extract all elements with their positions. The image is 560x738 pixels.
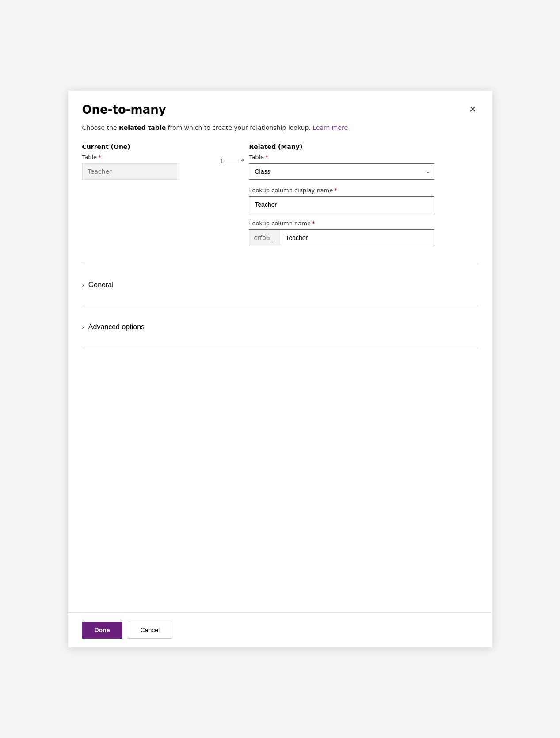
divider-3 bbox=[82, 348, 478, 348]
related-table-required: * bbox=[265, 154, 268, 160]
related-many-section: Related (Many) Table * Class Student Cou… bbox=[249, 143, 434, 253]
done-button[interactable]: Done bbox=[82, 622, 122, 639]
related-many-heading: Related (Many) bbox=[249, 143, 434, 150]
lookup-name-input[interactable] bbox=[280, 230, 434, 246]
advanced-options-label: Advanced options bbox=[88, 323, 145, 331]
connector-star: * bbox=[240, 157, 244, 164]
close-button[interactable]: ✕ bbox=[467, 103, 478, 115]
dialog-description: Choose the Related table from which to c… bbox=[68, 116, 492, 133]
learn-more-link[interactable]: Learn more bbox=[312, 124, 348, 131]
lookup-name-label: Lookup column name * bbox=[249, 220, 434, 227]
general-chevron-icon: › bbox=[82, 282, 84, 289]
advanced-options-section: › Advanced options bbox=[68, 317, 492, 337]
general-section-label: General bbox=[88, 281, 114, 289]
lookup-display-input[interactable] bbox=[249, 196, 434, 213]
divider-1 bbox=[82, 264, 478, 264]
dialog-footer: Done Cancel bbox=[68, 612, 492, 647]
advanced-options-header[interactable]: › Advanced options bbox=[82, 317, 478, 337]
general-section-header[interactable]: › General bbox=[82, 275, 478, 295]
lookup-display-required: * bbox=[334, 187, 337, 194]
current-table-value: Teacher bbox=[82, 163, 179, 180]
related-table-label: Table * bbox=[249, 154, 434, 160]
related-table-select[interactable]: Class Student Course Department bbox=[249, 163, 434, 180]
lookup-name-required: * bbox=[312, 220, 315, 227]
current-one-section: Current (One) Table * Teacher bbox=[82, 143, 215, 180]
dialog-header: One-to-many ✕ bbox=[68, 91, 492, 116]
lookup-name-prefix: crfb6_ bbox=[249, 230, 280, 246]
related-table-select-wrapper: Class Student Course Department ⌄ bbox=[249, 163, 434, 180]
description-bold: Related table bbox=[119, 124, 166, 131]
one-to-many-dialog: One-to-many ✕ Choose the Related table f… bbox=[68, 91, 492, 647]
advanced-chevron-icon: › bbox=[82, 324, 84, 331]
cancel-button[interactable]: Cancel bbox=[128, 622, 173, 639]
current-table-label: Table * bbox=[82, 154, 215, 160]
relationship-section: Current (One) Table * Teacher 1 * Relate… bbox=[68, 133, 492, 253]
connector-area: 1 * bbox=[215, 143, 249, 164]
dialog-title: One-to-many bbox=[82, 103, 166, 116]
description-text: Choose the bbox=[82, 124, 119, 131]
general-section: › General bbox=[68, 275, 492, 295]
lookup-name-field-group: Lookup column name * crfb6_ bbox=[249, 220, 434, 246]
lookup-display-field-group: Lookup column display name * bbox=[249, 187, 434, 213]
description-after: from which to create your relationship l… bbox=[166, 124, 311, 131]
lookup-display-label: Lookup column display name * bbox=[249, 187, 434, 194]
current-one-heading: Current (One) bbox=[82, 143, 215, 150]
related-table-field-group: Table * Class Student Course Department … bbox=[249, 154, 434, 180]
connector-line bbox=[225, 161, 239, 161]
divider-2 bbox=[82, 306, 478, 306]
connector-number: 1 bbox=[220, 157, 224, 164]
lookup-name-wrapper: crfb6_ bbox=[249, 229, 434, 246]
current-table-required: * bbox=[98, 154, 101, 160]
